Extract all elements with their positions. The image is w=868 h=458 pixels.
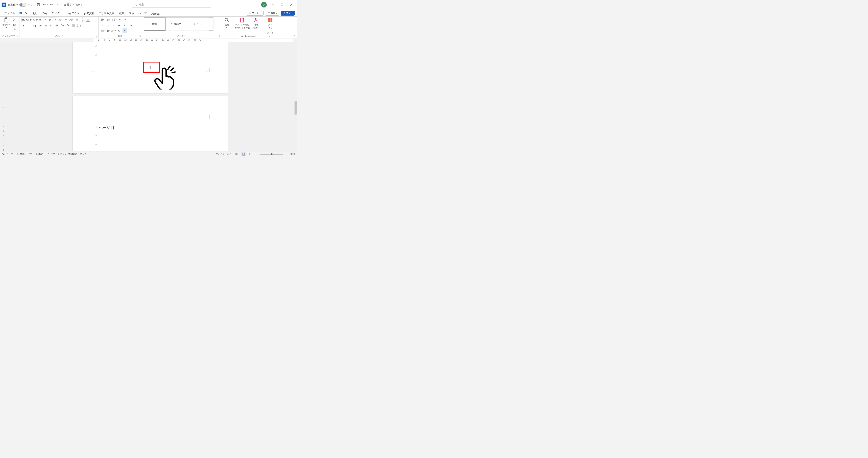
editing-mode-button[interactable]: 編集▾ xyxy=(265,11,279,15)
text-predictions-icon[interactable] xyxy=(28,152,33,156)
change-case-icon[interactable]: Aa▾ xyxy=(69,18,74,22)
comments-button[interactable]: コメント xyxy=(247,11,264,15)
line-spacing-icon[interactable]: ↕≡▾ xyxy=(128,23,132,28)
tab-layout[interactable]: レイアウト xyxy=(64,10,81,17)
document-canvas[interactable]: ·······21·12·41 ↵ ↵ ↵ 1↵ ４ページ目| ↵ ↵ xyxy=(0,42,294,151)
focus-mode-button[interactable]: フォーカス xyxy=(216,153,231,156)
toggle-icon[interactable] xyxy=(19,3,26,6)
find-button[interactable]: 編集▾ xyxy=(222,18,231,29)
text-effects-icon[interactable]: A▾ xyxy=(55,23,59,28)
underline-icon[interactable]: U▾ xyxy=(32,23,37,28)
web-layout-icon[interactable] xyxy=(249,152,253,156)
subscript-icon[interactable]: x2 xyxy=(43,23,48,28)
zoom-in-button[interactable]: + xyxy=(286,153,288,156)
maximize-button[interactable] xyxy=(279,2,285,7)
tab-file[interactable]: ファイル xyxy=(2,10,17,17)
shading-icon[interactable]: ▾ xyxy=(100,28,105,33)
vertical-ruler[interactable]: ·······21·12·41 xyxy=(2,97,5,151)
qat-customize-icon[interactable]: ▾ xyxy=(55,2,60,7)
status-page[interactable]: 4/5 ページ xyxy=(2,153,13,156)
style-normal[interactable]: 標準 xyxy=(144,18,165,31)
text-direction-icon[interactable]: A↔▾ xyxy=(111,28,116,33)
addins-button[interactable]: アドイン xyxy=(266,18,274,30)
scrollbar-thumb[interactable] xyxy=(294,101,297,115)
bullets-icon[interactable]: ☰▾ xyxy=(100,18,105,22)
borders-icon[interactable]: ▦▾ xyxy=(106,28,111,33)
style-heading1[interactable]: 見出し 1 xyxy=(187,18,209,31)
bold-icon[interactable]: B xyxy=(21,23,26,28)
minimize-button[interactable] xyxy=(270,2,276,7)
strikethrough-icon[interactable]: ab xyxy=(38,23,42,28)
font-size-combo[interactable]: 14▾ xyxy=(48,18,57,22)
tab-acrobat[interactable]: Acrobat xyxy=(149,11,162,17)
save-icon[interactable] xyxy=(36,2,41,7)
zoom-out-button[interactable]: − xyxy=(256,153,257,156)
undo-icon[interactable] xyxy=(42,2,47,7)
vertical-scrollbar[interactable] xyxy=(294,42,297,151)
zoom-level[interactable]: 90% xyxy=(290,153,295,156)
italic-icon[interactable]: I xyxy=(27,23,32,28)
launcher-icon[interactable]: ⇲ xyxy=(139,35,141,37)
horizontal-ruler[interactable]: ⌐ 246810121416182022242628303234363840 xyxy=(0,38,297,42)
status-accessibility[interactable]: アクセシビリティ: 問題ありません xyxy=(47,153,87,156)
font-color-icon[interactable]: A▾ xyxy=(65,23,70,28)
read-mode-icon[interactable] xyxy=(235,152,239,156)
character-shading-icon[interactable]: A xyxy=(71,23,76,28)
launcher-icon[interactable]: ⇲ xyxy=(17,35,18,37)
status-language[interactable]: 日本語 xyxy=(36,153,43,156)
undo-dropdown-icon[interactable]: ▾ xyxy=(48,4,48,6)
autosave-toggle[interactable]: 自動保存 オフ xyxy=(8,3,33,6)
tab-mailings[interactable]: 差し込み文書 xyxy=(97,10,116,17)
tab-view[interactable]: 表示 xyxy=(127,10,136,17)
styles-scroll[interactable]: ▴▾⌄ xyxy=(209,18,213,31)
cut-icon[interactable] xyxy=(12,18,17,22)
superscript-icon[interactable]: x2 xyxy=(49,23,54,28)
increase-indent-icon[interactable]: ⇥ xyxy=(123,18,128,22)
tab-home[interactable]: ホーム xyxy=(18,10,29,17)
tab-help[interactable]: ヘルプ xyxy=(137,10,149,17)
launcher-icon[interactable]: ⇲ xyxy=(96,35,97,37)
align-left-icon[interactable]: ≡ xyxy=(100,23,105,28)
show-marks-icon[interactable]: ¶ xyxy=(123,28,127,33)
tab-references[interactable]: 参考資料 xyxy=(82,10,96,17)
zoom-slider[interactable] xyxy=(260,154,283,155)
pdf-share-button[interactable]: PDF を作成してリンクを共有 xyxy=(235,18,250,30)
tab-insert[interactable]: 挿入 xyxy=(30,10,39,17)
page[interactable]: ４ページ目| ↵ ↵ xyxy=(72,96,228,151)
user-avatar[interactable]: SK xyxy=(261,2,267,7)
tab-draw[interactable]: 描画 xyxy=(40,10,49,17)
request-signature-button[interactable]: 署名を依頼 xyxy=(251,18,261,30)
distributed-icon[interactable]: ⫼ xyxy=(122,23,127,28)
close-button[interactable] xyxy=(288,2,294,7)
font-name-combo[interactable]: HG丸ｺﾞｼｯｸM-PRO▾ xyxy=(21,18,47,22)
character-border-icon[interactable]: A xyxy=(86,18,90,22)
numbering-icon[interactable]: ≣▾ xyxy=(106,18,111,22)
justify-icon[interactable]: ≣ xyxy=(117,23,122,28)
launcher-icon[interactable]: ⇲ xyxy=(218,35,220,37)
tab-design[interactable]: デザイン xyxy=(50,10,64,17)
align-center-icon[interactable]: ≡ xyxy=(106,23,111,28)
sort-icon[interactable]: A↓ xyxy=(117,28,122,33)
shrink-font-icon[interactable]: A▾ xyxy=(64,18,68,22)
grow-font-icon[interactable]: A▴ xyxy=(58,18,63,22)
decrease-indent-icon[interactable]: ⇤ xyxy=(117,18,122,22)
paste-button[interactable]: 貼り付け▾ xyxy=(2,18,11,29)
align-right-icon[interactable]: ≡ xyxy=(111,23,116,28)
search-input[interactable]: 検索 xyxy=(132,2,211,8)
phonetic-guide-icon[interactable]: ア亜 xyxy=(80,18,85,22)
copy-icon[interactable] xyxy=(12,23,17,27)
format-painter-icon[interactable] xyxy=(12,28,17,32)
redo-icon[interactable] xyxy=(49,2,54,7)
body-text[interactable]: ４ページ目| xyxy=(95,125,115,130)
share-button[interactable]: 共有▾ xyxy=(281,11,295,15)
ribbon-collapse-icon[interactable]: ⌄ xyxy=(291,17,297,38)
clear-formatting-icon[interactable]: A◇ xyxy=(74,18,79,22)
style-nospacing[interactable]: 行間詰め xyxy=(165,18,187,31)
multilevel-list-icon[interactable]: ⋮≣▾ xyxy=(111,18,117,22)
highlight-color-icon[interactable]: ✎▾ xyxy=(60,23,65,28)
tab-review[interactable]: 校閲 xyxy=(117,10,126,17)
enclose-characters-icon[interactable]: 字 xyxy=(76,23,81,28)
print-layout-icon[interactable] xyxy=(242,152,246,156)
page[interactable]: ↵ ↵ ↵ 1↵ xyxy=(72,42,228,93)
status-word-count[interactable]: 20 単語 xyxy=(17,153,25,156)
